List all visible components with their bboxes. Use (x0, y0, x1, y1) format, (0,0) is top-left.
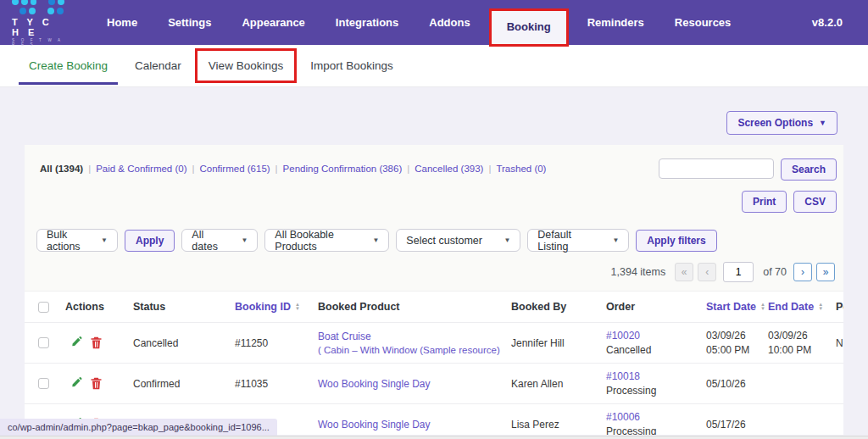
separator: | (192, 164, 195, 174)
filter-cancelled[interactable]: Cancelled (393) (415, 164, 483, 174)
cell-persons: Number (826, 337, 843, 349)
select-customer-select[interactable]: Select customer ▼ (396, 229, 520, 252)
top-navbar: T Y C H E S O F T W A R E S Home Setting… (0, 0, 868, 45)
apply-filters-button[interactable]: Apply filters (636, 230, 716, 252)
default-listing-select[interactable]: Default Listing ▼ (527, 229, 629, 252)
sort-icon: ▲▼ (818, 303, 823, 311)
nav-item-integrations[interactable]: Integrations (324, 8, 410, 36)
bulk-actions-value: Bulk actions (47, 229, 89, 253)
last-page-button[interactable]: » (816, 263, 835, 281)
bookable-products-select[interactable]: All Bookable Products ▼ (264, 229, 389, 252)
cell-booking-id: #11035 (225, 378, 308, 390)
nav-item-booking[interactable]: Booking (489, 8, 569, 47)
first-page-button[interactable]: « (675, 263, 693, 281)
header-booked-by: Booked By (501, 301, 596, 313)
filter-paid-confirmed[interactable]: Paid & Confirmed (0) (96, 164, 186, 174)
product-link[interactable]: Woo Booking Single Day (318, 419, 431, 431)
header-persons: Person (826, 301, 843, 313)
search-input[interactable] (659, 158, 774, 179)
prev-page-button[interactable]: ‹ (698, 263, 716, 281)
cell-booked-by: Karen Allen (501, 378, 596, 390)
order-status: Cancelled (606, 344, 696, 356)
default-listing-value: Default Listing (537, 229, 600, 253)
header-order: Order (596, 301, 696, 313)
cell-booked-product: Woo Booking Single Day (308, 378, 501, 390)
trash-icon[interactable] (90, 377, 103, 390)
screen-options-label: Screen Options (737, 117, 813, 129)
product-link[interactable]: Woo Booking Single Day (318, 378, 431, 390)
annotation-booking-red-box: Booking (489, 20, 569, 33)
header-booking-id[interactable]: Booking ID ▲▼ (225, 301, 308, 313)
filter-trashed[interactable]: Trashed (0) (496, 164, 546, 174)
nav-item-resources[interactable]: Resources (663, 8, 743, 36)
cell-start-date: 03/09/26 05:00 PM (696, 330, 758, 356)
cell-booked-product: Woo Booking Single Day (308, 419, 501, 431)
tyche-logo-dots-icon (12, 0, 64, 14)
current-page-input[interactable] (723, 262, 754, 282)
tab-create-booking[interactable]: Create Booking (15, 47, 121, 84)
edit-icon[interactable] (70, 377, 83, 390)
filter-confirmed[interactable]: Confirmed (615) (200, 164, 270, 174)
caret-down-icon: ▼ (504, 236, 510, 244)
bookings-table: Actions Status Booking ID ▲▼ Booked Prod… (25, 291, 843, 435)
print-button[interactable]: Print (742, 191, 787, 213)
cell-booked-by: Jennifer Hill (501, 337, 596, 349)
header-booking-id-label: Booking ID (235, 301, 291, 313)
csv-button[interactable]: CSV (793, 191, 837, 213)
top-nav-items: Home Settings Appearance Integrations Ad… (95, 8, 812, 36)
search-button[interactable]: Search (781, 158, 837, 181)
nav-item-appearance[interactable]: Appearance (230, 8, 316, 36)
caret-down-icon: ▼ (819, 119, 826, 127)
screen-options-button[interactable]: Screen Options ▼ (726, 111, 837, 135)
header-start-date[interactable]: Start Date ▲▼ (696, 301, 758, 313)
header-end-date[interactable]: End Date ▲▼ (758, 301, 826, 313)
all-dates-value: All dates (192, 229, 229, 253)
header-end-date-label: End Date (768, 301, 814, 313)
order-link[interactable]: #10020 (606, 330, 640, 342)
cell-start-date: 05/17/26 (696, 419, 758, 431)
caret-down-icon: ▼ (101, 236, 108, 244)
order-link[interactable]: #10006 (606, 411, 640, 423)
total-pages-label: of 70 (763, 266, 787, 278)
order-status: Processing (606, 385, 696, 397)
table-row: Confirmed #11035 Woo Booking Single Day … (25, 364, 843, 404)
nav-item-home[interactable]: Home (95, 8, 149, 36)
nav-item-settings[interactable]: Settings (156, 8, 223, 36)
filter-pending[interactable]: Pending Confirmation (386) (283, 164, 403, 174)
nav-item-reminders[interactable]: Reminders (576, 8, 656, 36)
cell-booked-product: Boat Cruise ( Cabin – With Window (Sampl… (308, 331, 501, 355)
edit-icon[interactable] (70, 336, 83, 349)
separator: | (88, 164, 91, 174)
bulk-actions-select[interactable]: Bulk actions ▼ (36, 229, 118, 252)
nav-item-addons[interactable]: Addons (417, 8, 481, 36)
caret-down-icon: ▼ (372, 236, 379, 244)
row-checkbox[interactable] (38, 337, 49, 348)
cell-booked-by: Lisa Perez (501, 419, 596, 431)
logo-title: T Y C H E (12, 17, 64, 37)
all-dates-select[interactable]: All dates ▼ (181, 229, 258, 252)
tab-calendar[interactable]: Calendar (121, 47, 195, 84)
tab-import-bookings[interactable]: Import Bookings (297, 47, 407, 84)
cell-order: #10020 Cancelled (596, 330, 696, 356)
logo-subtitle: S O F T W A R E S (12, 38, 64, 47)
select-all-checkbox[interactable] (38, 302, 49, 313)
cell-booking-id: #11250 (225, 337, 308, 349)
header-start-date-label: Start Date (706, 301, 756, 313)
product-link[interactable]: Boat Cruise (318, 331, 371, 342)
row-checkbox[interactable] (38, 378, 49, 389)
bookable-products-value: All Bookable Products (275, 229, 360, 253)
separator: | (488, 164, 491, 174)
next-page-button[interactable]: › (793, 263, 812, 281)
tyche-logo[interactable]: T Y C H E S O F T W A R E S (12, 0, 64, 47)
link-preview-statusbar: co/wp-admin/admin.php?page=bkap_page&boo… (0, 419, 277, 436)
version-label: v8.2.0 (812, 16, 843, 29)
trash-icon[interactable] (90, 336, 103, 349)
filter-all[interactable]: All (1394) (40, 164, 83, 174)
caret-down-icon: ▼ (241, 236, 248, 244)
separator: | (407, 164, 409, 174)
apply-button[interactable]: Apply (125, 230, 175, 252)
cell-order: #10006 Processing (596, 411, 696, 435)
order-link[interactable]: #10018 (606, 370, 640, 382)
tab-view-bookings[interactable]: View Bookings (195, 48, 297, 83)
cell-start-date: 05/10/26 (696, 378, 758, 390)
